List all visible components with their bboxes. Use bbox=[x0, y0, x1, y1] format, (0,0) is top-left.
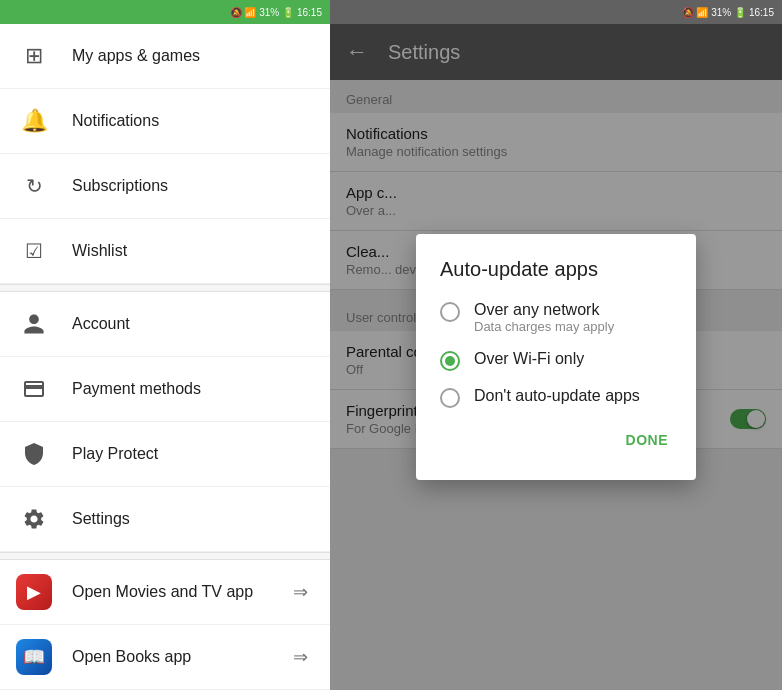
movies-app-icon: ▶ bbox=[16, 574, 52, 610]
menu-item-notifications[interactable]: 🔔 Notifications bbox=[0, 89, 330, 154]
status-bar-left: 🔕 📶 31% 🔋 16:15 bbox=[0, 0, 330, 24]
menu-label-play-protect: Play Protect bbox=[72, 445, 314, 463]
menu-label-payment: Payment methods bbox=[72, 380, 314, 398]
radio-text-wifi-only: Over Wi-Fi only bbox=[474, 350, 672, 368]
menu-label-account: Account bbox=[72, 315, 314, 333]
radio-circle-no-update bbox=[440, 388, 460, 408]
done-button[interactable]: DONE bbox=[622, 424, 672, 456]
status-icons-right: 🔕 📶 31% 🔋 16:15 bbox=[682, 7, 774, 18]
left-panel: 🔕 📶 31% 🔋 16:15 ⊞ My apps & games 🔔 Noti… bbox=[0, 0, 330, 690]
radio-circle-wifi-only bbox=[440, 351, 460, 371]
radio-sublabel-any-network: Data charges may apply bbox=[474, 319, 672, 334]
shield-icon bbox=[16, 436, 52, 472]
menu-item-payment[interactable]: Payment methods bbox=[0, 357, 330, 422]
dialog-overlay: Auto-update apps Over any network Data c… bbox=[330, 24, 782, 690]
menu-list: ⊞ My apps & games 🔔 Notifications ↻ Subs… bbox=[0, 24, 330, 690]
radio-label-wifi-only: Over Wi-Fi only bbox=[474, 350, 672, 368]
menu-item-account[interactable]: Account bbox=[0, 292, 330, 357]
menu-label-subscriptions: Subscriptions bbox=[72, 177, 314, 195]
time-left: 16:15 bbox=[297, 7, 322, 18]
radio-label-any-network: Over any network bbox=[474, 301, 672, 319]
menu-item-subscriptions[interactable]: ↻ Subscriptions bbox=[0, 154, 330, 219]
radio-option-no-update[interactable]: Don't auto-update apps bbox=[440, 387, 672, 408]
right-panel: 🔕 📶 31% 🔋 16:15 ← Settings General Notif… bbox=[330, 0, 782, 690]
radio-option-any-network[interactable]: Over any network Data charges may apply bbox=[440, 301, 672, 334]
menu-item-settings[interactable]: Settings bbox=[0, 487, 330, 552]
menu-label-movies: Open Movies and TV app bbox=[72, 583, 286, 601]
person-icon bbox=[16, 306, 52, 342]
menu-item-movies[interactable]: ▶ Open Movies and TV app ⇒ bbox=[0, 560, 330, 625]
time-right: 16:15 bbox=[749, 7, 774, 18]
external-link-icon-movies: ⇒ bbox=[286, 578, 314, 606]
menu-item-books[interactable]: 📖 Open Books app ⇒ bbox=[0, 625, 330, 690]
menu-label-my-apps: My apps & games bbox=[72, 47, 314, 65]
bell-icon: 🔔 bbox=[16, 103, 52, 139]
dialog-actions: DONE bbox=[440, 424, 672, 456]
checkbox-icon: ☑ bbox=[16, 233, 52, 269]
external-link-icon-books: ⇒ bbox=[286, 643, 314, 671]
auto-update-dialog: Auto-update apps Over any network Data c… bbox=[416, 234, 696, 480]
books-app-icon: 📖 bbox=[16, 639, 52, 675]
divider-1 bbox=[0, 284, 330, 292]
card-icon bbox=[16, 371, 52, 407]
radio-text-any-network: Over any network Data charges may apply bbox=[474, 301, 672, 334]
refresh-icon: ↻ bbox=[16, 168, 52, 204]
divider-2 bbox=[0, 552, 330, 560]
menu-label-wishlist: Wishlist bbox=[72, 242, 314, 260]
status-icons-left: 🔕 📶 31% 🔋 16:15 bbox=[230, 7, 322, 18]
dialog-title: Auto-update apps bbox=[440, 258, 672, 281]
menu-label-settings: Settings bbox=[72, 510, 314, 528]
menu-item-play-protect[interactable]: Play Protect bbox=[0, 422, 330, 487]
menu-item-wishlist[interactable]: ☑ Wishlist bbox=[0, 219, 330, 284]
radio-option-wifi-only[interactable]: Over Wi-Fi only bbox=[440, 350, 672, 371]
radio-label-no-update: Don't auto-update apps bbox=[474, 387, 672, 405]
grid-icon: ⊞ bbox=[16, 38, 52, 74]
gear-icon bbox=[16, 501, 52, 537]
status-bar-right: 🔕 📶 31% 🔋 16:15 bbox=[330, 0, 782, 24]
radio-circle-any-network bbox=[440, 302, 460, 322]
menu-label-notifications: Notifications bbox=[72, 112, 314, 130]
radio-text-no-update: Don't auto-update apps bbox=[474, 387, 672, 405]
menu-label-books: Open Books app bbox=[72, 648, 286, 666]
menu-item-my-apps[interactable]: ⊞ My apps & games bbox=[0, 24, 330, 89]
